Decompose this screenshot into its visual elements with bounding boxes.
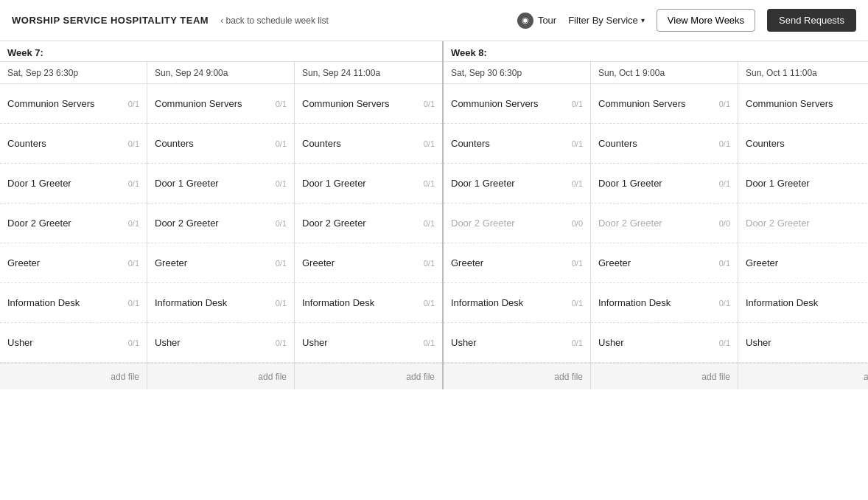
role-row[interactable]: Communion Servers0/1 (444, 84, 590, 124)
role-count: 0/1 (128, 219, 139, 228)
role-name: Information Desk (155, 297, 227, 308)
role-row[interactable]: Information Desk0/1 (591, 283, 738, 323)
role-count: 0/1 (276, 179, 287, 188)
role-name: Communion Servers (155, 98, 242, 109)
role-name: Door 2 Greeter (746, 218, 810, 229)
view-more-weeks-button[interactable]: View More Weeks (657, 9, 755, 32)
role-count: 0/1 (276, 259, 287, 268)
columns-container: Sat, Sep 30 6:30pCommunion Servers0/1Cou… (444, 62, 868, 389)
role-count: 0/1 (572, 338, 583, 347)
role-name: Greeter (155, 257, 187, 268)
role-row[interactable]: Information Desk0/1 (0, 283, 147, 323)
role-row[interactable]: Counters0/1 (444, 124, 590, 164)
role-count: 0/0 (719, 219, 730, 228)
role-row[interactable]: Usher0/1 (295, 323, 442, 363)
role-row[interactable]: Greeter0/1 (0, 243, 147, 283)
schedule-container: Week 7:Sat, Sep 23 6:30pCommunion Server… (0, 41, 868, 389)
role-row[interactable]: Greeter0/1 (295, 243, 442, 283)
role-name: Usher (302, 337, 328, 348)
role-row[interactable]: Door 2 Greeter0/1 (147, 204, 294, 243)
role-row[interactable]: Usher0/1 (591, 323, 738, 363)
role-count: 0/1 (719, 179, 730, 188)
role-row[interactable]: Door 1 Greeter0/1 (147, 164, 294, 204)
add-file-button[interactable]: add file (591, 363, 738, 389)
role-name: Door 1 Greeter (155, 178, 219, 189)
role-row[interactable]: Greeter0/1 (591, 243, 738, 283)
role-row[interactable]: Information Desk (738, 283, 868, 323)
add-file-button[interactable]: add (738, 363, 868, 389)
role-name: Door 2 Greeter (155, 218, 219, 229)
role-count: 0/1 (424, 299, 435, 308)
add-file-button[interactable]: add file (147, 363, 294, 389)
add-file-button[interactable]: add file (295, 363, 442, 389)
role-count: 0/1 (128, 299, 139, 308)
role-row[interactable]: Door 1 Greeter0/1 (444, 164, 590, 204)
role-name: Information Desk (598, 297, 671, 308)
columns-container: Sat, Sep 23 6:30pCommunion Servers0/1Cou… (0, 62, 442, 389)
role-row[interactable]: Door 1 Greeter0/1 (295, 164, 442, 204)
send-requests-button[interactable]: Send Requests (767, 9, 856, 32)
role-name: Communion Servers (746, 98, 833, 109)
role-row[interactable]: Information Desk0/1 (295, 283, 442, 323)
role-row[interactable]: Information Desk0/1 (147, 283, 294, 323)
role-name: Greeter (598, 257, 631, 268)
tour-button[interactable]: ◉ Tour (517, 13, 556, 29)
role-row[interactable]: Counters0/1 (0, 124, 147, 164)
role-row[interactable]: Information Desk0/1 (444, 283, 590, 323)
week-label: Week 8: (451, 47, 487, 58)
chevron-down-icon: ▾ (641, 16, 645, 24)
filter-label: Filter By Service (568, 15, 638, 26)
role-row[interactable]: Counters (738, 124, 868, 164)
role-row[interactable]: Usher (738, 323, 868, 363)
role-count: 0/1 (424, 100, 435, 108)
add-file-button[interactable]: add file (444, 363, 590, 389)
filter-by-service-button[interactable]: Filter By Service ▾ (568, 15, 645, 26)
role-row[interactable]: Communion Servers0/1 (591, 84, 738, 124)
role-name: Counters (7, 138, 46, 149)
role-row[interactable]: Communion Servers (738, 84, 868, 124)
role-row[interactable]: Greeter0/1 (147, 243, 294, 283)
role-name: Greeter (746, 257, 778, 268)
role-name: Usher (155, 337, 181, 348)
role-row[interactable]: Door 1 Greeter0/1 (591, 164, 738, 204)
role-name: Door 2 Greeter (598, 218, 662, 229)
role-count: 0/1 (424, 338, 435, 347)
back-link[interactable]: back to schedule week list (220, 15, 329, 26)
role-row[interactable]: Door 2 Greeter0/0 (444, 204, 590, 243)
role-row[interactable]: Counters0/1 (147, 124, 294, 164)
role-count: 0/1 (128, 179, 139, 188)
role-count: 0/1 (719, 338, 730, 347)
schedule-col-0-2: Sun, Sep 24 11:00aCommunion Servers0/1Co… (295, 62, 442, 389)
role-count: 0/1 (276, 299, 287, 308)
role-row[interactable]: Door 1 Greeter0/1 (0, 164, 147, 204)
schedule-col-0-1: Sun, Sep 24 9:00aCommunion Servers0/1Cou… (147, 62, 295, 389)
role-count: 0/1 (719, 299, 730, 308)
role-row[interactable]: Usher0/1 (147, 323, 294, 363)
role-count: 0/1 (128, 100, 139, 108)
role-row[interactable]: Door 2 Greeter0/0 (591, 204, 738, 243)
role-row[interactable]: Counters0/1 (295, 124, 442, 164)
role-count: 0/1 (276, 219, 287, 228)
schedule-col-1-2: Sun, Oct 1 11:00aCommunion ServersCounte… (738, 62, 868, 389)
role-name: Communion Servers (302, 98, 390, 109)
role-row[interactable]: Communion Servers0/1 (0, 84, 147, 124)
role-row[interactable]: Door 2 Greeter0/1 (295, 204, 442, 243)
role-name: Greeter (302, 257, 335, 268)
role-row[interactable]: Door 2 Greeter0/1 (0, 204, 147, 243)
add-file-button[interactable]: add file (0, 363, 147, 389)
role-row[interactable]: Door 1 Greeter (738, 164, 868, 204)
role-row[interactable]: Usher0/1 (0, 323, 147, 363)
role-row[interactable]: Door 2 Greeter (738, 204, 868, 243)
role-name: Door 1 Greeter (302, 178, 366, 189)
col-date-header: Sun, Sep 24 9:00a (147, 62, 294, 84)
role-row[interactable]: Counters0/1 (591, 124, 738, 164)
role-name: Door 1 Greeter (746, 178, 810, 189)
role-row[interactable]: Greeter0/1 (444, 243, 590, 283)
role-name: Usher (451, 337, 477, 348)
role-row[interactable]: Usher0/1 (444, 323, 590, 363)
col-date-header: Sat, Sep 23 6:30p (0, 62, 147, 84)
app-title: WORSHIP SERVICE HOSPITALITY TEAM (12, 15, 209, 26)
role-row[interactable]: Communion Servers0/1 (147, 84, 294, 124)
role-row[interactable]: Communion Servers0/1 (295, 84, 442, 124)
role-row[interactable]: Greeter (738, 243, 868, 283)
